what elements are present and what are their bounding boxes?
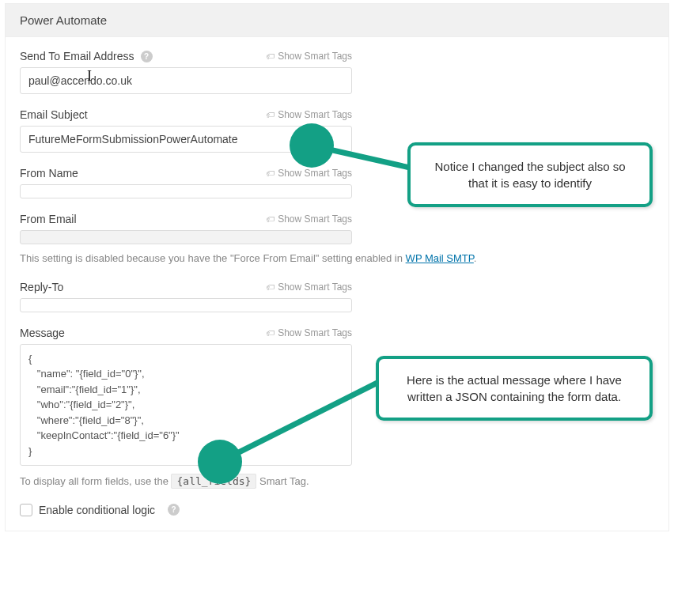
show-smart-tags[interactable]: 🏷 Show Smart Tags: [266, 327, 352, 338]
tag-icon: 🏷: [266, 328, 275, 338]
from-email-hint: This setting is disabled because you hav…: [20, 251, 654, 266]
help-icon[interactable]: ?: [141, 51, 153, 62]
from-email-label: From Email: [20, 213, 77, 225]
tag-icon: 🏷: [266, 214, 275, 224]
send-to-label: Send To Email Address: [20, 50, 134, 62]
show-smart-tags[interactable]: 🏷 Show Smart Tags: [266, 214, 352, 225]
annotation-message: Here is the actual message where I have …: [376, 356, 653, 421]
conditional-logic-checkbox[interactable]: [20, 504, 32, 516]
subject-label: Email Subject: [20, 108, 88, 121]
field-reply-to: Reply-To 🏷 Show Smart Tags: [20, 281, 654, 312]
from-name-input[interactable]: [20, 184, 352, 198]
show-smart-tags[interactable]: 🏷 Show Smart Tags: [266, 51, 352, 62]
reply-to-input[interactable]: [20, 298, 352, 312]
panel-title: Power Automate: [6, 4, 668, 37]
message-label: Message: [20, 327, 65, 339]
tag-icon: 🏷: [266, 168, 275, 178]
reply-to-label: Reply-To: [20, 281, 63, 293]
field-send-to: Send To Email Address ? 🏷 Show Smart Tag…: [20, 50, 654, 94]
conditional-logic-label: Enable conditional logic: [39, 504, 155, 516]
send-to-input[interactable]: paul@accendo.co.uk: [20, 67, 352, 94]
all-fields-code: {all_fields}: [171, 474, 256, 489]
help-icon[interactable]: ?: [168, 504, 180, 516]
tag-icon: 🏷: [266, 51, 275, 61]
annotation-subject: Notice I changed the subject also so tha…: [407, 142, 653, 207]
field-from-email: From Email 🏷 Show Smart Tags This settin…: [20, 213, 654, 266]
show-smart-tags[interactable]: 🏷 Show Smart Tags: [266, 109, 352, 120]
annotation-arrow: [215, 380, 381, 467]
from-name-label: From Name: [20, 167, 78, 180]
subject-input[interactable]: FutureMeFormSubmissionPowerAutomate: [20, 126, 352, 153]
tag-icon: 🏷: [266, 110, 275, 119]
conditional-logic-row: Enable conditional logic ?: [20, 504, 654, 516]
annotation-arrow: [307, 141, 418, 180]
from-email-input: [20, 230, 352, 244]
show-smart-tags[interactable]: 🏷 Show Smart Tags: [266, 282, 352, 293]
tag-icon: 🏷: [266, 282, 275, 292]
wp-mail-smtp-link[interactable]: WP Mail SMTP: [406, 252, 474, 264]
message-footer-hint: To display all form fields, use the {all…: [20, 474, 654, 489]
